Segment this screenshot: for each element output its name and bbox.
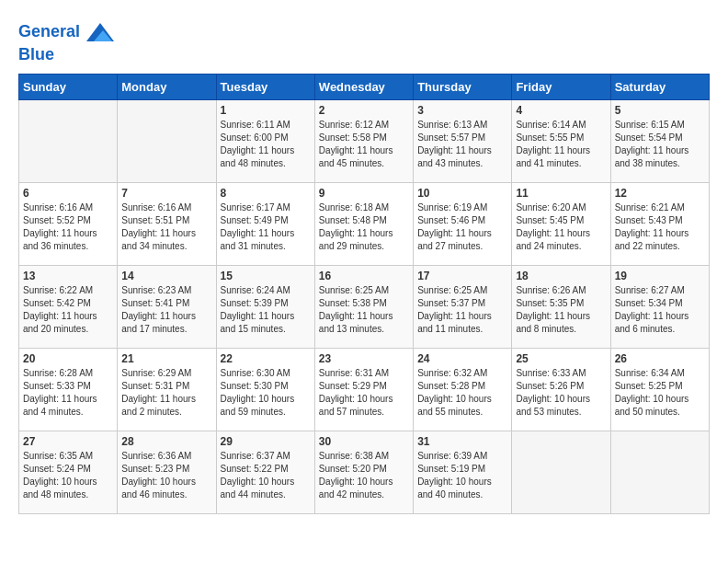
day-number: 27 <box>23 435 113 448</box>
week-row-2: 6Sunrise: 6:16 AMSunset: 5:52 PMDaylight… <box>19 182 710 265</box>
day-cell: 2Sunrise: 6:12 AMSunset: 5:58 PMDaylight… <box>314 99 413 182</box>
day-cell: 14Sunrise: 6:23 AMSunset: 5:41 PMDayligh… <box>118 265 216 348</box>
logo-blue: Blue <box>18 45 54 63</box>
day-number: 24 <box>417 352 507 365</box>
day-number: 7 <box>121 187 211 200</box>
day-cell: 27Sunrise: 6:35 AMSunset: 5:24 PMDayligh… <box>19 431 118 513</box>
day-number: 23 <box>319 352 409 365</box>
day-info: Sunrise: 6:39 AMSunset: 5:19 PMDaylight:… <box>417 450 507 501</box>
day-number: 16 <box>319 270 409 282</box>
day-number: 29 <box>221 435 311 448</box>
day-cell: 28Sunrise: 6:36 AMSunset: 5:23 PMDayligh… <box>118 431 216 513</box>
day-cell: 17Sunrise: 6:25 AMSunset: 5:37 PMDayligh… <box>414 265 512 348</box>
day-info: Sunrise: 6:35 AMSunset: 5:24 PMDaylight:… <box>23 450 113 501</box>
day-cell: 8Sunrise: 6:17 AMSunset: 5:49 PMDaylight… <box>216 182 314 265</box>
day-number: 13 <box>23 270 113 282</box>
day-cell: 1Sunrise: 6:11 AMSunset: 6:00 PMDaylight… <box>216 99 314 182</box>
day-number: 4 <box>516 104 606 117</box>
week-row-4: 20Sunrise: 6:28 AMSunset: 5:33 PMDayligh… <box>19 348 710 431</box>
day-number: 14 <box>121 270 211 282</box>
day-info: Sunrise: 6:28 AMSunset: 5:33 PMDaylight:… <box>23 367 113 419</box>
day-info: Sunrise: 6:23 AMSunset: 5:41 PMDaylight:… <box>121 284 211 336</box>
day-number: 6 <box>23 187 113 200</box>
day-number: 26 <box>615 352 705 365</box>
day-info: Sunrise: 6:25 AMSunset: 5:37 PMDaylight:… <box>417 284 507 336</box>
day-info: Sunrise: 6:18 AMSunset: 5:48 PMDaylight:… <box>319 201 409 253</box>
day-cell: 18Sunrise: 6:26 AMSunset: 5:35 PMDayligh… <box>512 265 610 348</box>
day-cell: 9Sunrise: 6:18 AMSunset: 5:48 PMDaylight… <box>314 182 413 265</box>
page-header: General Blue <box>18 18 710 64</box>
day-cell: 12Sunrise: 6:21 AMSunset: 5:43 PMDayligh… <box>610 182 709 265</box>
day-info: Sunrise: 6:27 AMSunset: 5:34 PMDaylight:… <box>615 284 705 336</box>
day-number: 8 <box>221 187 311 200</box>
day-cell: 29Sunrise: 6:37 AMSunset: 5:22 PMDayligh… <box>216 431 314 513</box>
weekday-header-wednesday: Wednesday <box>314 74 413 99</box>
day-info: Sunrise: 6:13 AMSunset: 5:57 PMDaylight:… <box>417 119 507 170</box>
day-number: 30 <box>319 435 409 448</box>
day-number: 31 <box>417 435 507 448</box>
day-cell: 24Sunrise: 6:32 AMSunset: 5:28 PMDayligh… <box>414 348 512 431</box>
day-number: 5 <box>615 104 705 117</box>
day-info: Sunrise: 6:17 AMSunset: 5:49 PMDaylight:… <box>221 201 311 253</box>
day-info: Sunrise: 6:29 AMSunset: 5:31 PMDaylight:… <box>121 367 211 419</box>
calendar-table: SundayMondayTuesdayWednesdayThursdayFrid… <box>18 74 710 514</box>
day-number: 25 <box>516 352 606 365</box>
day-number: 12 <box>615 187 705 200</box>
day-info: Sunrise: 6:16 AMSunset: 5:51 PMDaylight:… <box>121 201 211 253</box>
day-cell: 4Sunrise: 6:14 AMSunset: 5:55 PMDaylight… <box>512 99 610 182</box>
day-info: Sunrise: 6:36 AMSunset: 5:23 PMDaylight:… <box>121 450 211 501</box>
day-info: Sunrise: 6:21 AMSunset: 5:43 PMDaylight:… <box>615 201 705 253</box>
day-number: 22 <box>221 352 311 365</box>
day-info: Sunrise: 6:32 AMSunset: 5:28 PMDaylight:… <box>417 367 507 419</box>
day-cell: 13Sunrise: 6:22 AMSunset: 5:42 PMDayligh… <box>19 265 118 348</box>
day-info: Sunrise: 6:14 AMSunset: 5:55 PMDaylight:… <box>516 119 606 170</box>
weekday-header-saturday: Saturday <box>610 74 709 99</box>
day-info: Sunrise: 6:20 AMSunset: 5:45 PMDaylight:… <box>516 201 606 253</box>
day-cell: 3Sunrise: 6:13 AMSunset: 5:57 PMDaylight… <box>414 99 512 182</box>
day-info: Sunrise: 6:38 AMSunset: 5:20 PMDaylight:… <box>319 450 409 501</box>
day-cell: 15Sunrise: 6:24 AMSunset: 5:39 PMDayligh… <box>216 265 314 348</box>
day-cell: 19Sunrise: 6:27 AMSunset: 5:34 PMDayligh… <box>610 265 709 348</box>
day-cell: 23Sunrise: 6:31 AMSunset: 5:29 PMDayligh… <box>314 348 413 431</box>
week-row-5: 27Sunrise: 6:35 AMSunset: 5:24 PMDayligh… <box>19 431 710 513</box>
weekday-header-thursday: Thursday <box>414 74 512 99</box>
day-number: 9 <box>319 187 409 200</box>
day-info: Sunrise: 6:12 AMSunset: 5:58 PMDaylight:… <box>319 119 409 170</box>
day-number: 17 <box>417 270 507 282</box>
day-number: 15 <box>221 270 311 282</box>
logo: General Blue <box>18 18 114 64</box>
day-cell: 11Sunrise: 6:20 AMSunset: 5:45 PMDayligh… <box>512 182 610 265</box>
day-cell: 16Sunrise: 6:25 AMSunset: 5:38 PMDayligh… <box>314 265 413 348</box>
day-cell: 26Sunrise: 6:34 AMSunset: 5:25 PMDayligh… <box>610 348 709 431</box>
day-number: 11 <box>516 187 606 200</box>
day-number: 19 <box>615 270 705 282</box>
day-number: 20 <box>23 352 113 365</box>
day-cell: 31Sunrise: 6:39 AMSunset: 5:19 PMDayligh… <box>414 431 512 513</box>
weekday-header-friday: Friday <box>512 74 610 99</box>
logo-general: General <box>18 22 80 40</box>
week-row-3: 13Sunrise: 6:22 AMSunset: 5:42 PMDayligh… <box>19 265 710 348</box>
day-cell: 20Sunrise: 6:28 AMSunset: 5:33 PMDayligh… <box>19 348 118 431</box>
day-cell: 7Sunrise: 6:16 AMSunset: 5:51 PMDaylight… <box>118 182 216 265</box>
day-cell: 22Sunrise: 6:30 AMSunset: 5:30 PMDayligh… <box>216 348 314 431</box>
weekday-header-monday: Monday <box>118 74 216 99</box>
day-info: Sunrise: 6:37 AMSunset: 5:22 PMDaylight:… <box>221 450 311 501</box>
week-row-1: 1Sunrise: 6:11 AMSunset: 6:00 PMDaylight… <box>19 99 710 182</box>
day-cell: 6Sunrise: 6:16 AMSunset: 5:52 PMDaylight… <box>19 182 118 265</box>
day-info: Sunrise: 6:25 AMSunset: 5:38 PMDaylight:… <box>319 284 409 336</box>
day-cell <box>610 431 709 513</box>
day-info: Sunrise: 6:15 AMSunset: 5:54 PMDaylight:… <box>615 119 705 170</box>
day-cell: 25Sunrise: 6:33 AMSunset: 5:26 PMDayligh… <box>512 348 610 431</box>
day-info: Sunrise: 6:22 AMSunset: 5:42 PMDaylight:… <box>23 284 113 336</box>
day-number: 3 <box>417 104 507 117</box>
weekday-header-row: SundayMondayTuesdayWednesdayThursdayFrid… <box>19 74 710 99</box>
day-cell <box>118 99 216 182</box>
day-info: Sunrise: 6:11 AMSunset: 6:00 PMDaylight:… <box>221 119 311 170</box>
day-info: Sunrise: 6:34 AMSunset: 5:25 PMDaylight:… <box>615 367 705 419</box>
day-cell: 5Sunrise: 6:15 AMSunset: 5:54 PMDaylight… <box>610 99 709 182</box>
weekday-header-tuesday: Tuesday <box>216 74 314 99</box>
day-info: Sunrise: 6:16 AMSunset: 5:52 PMDaylight:… <box>23 201 113 253</box>
day-info: Sunrise: 6:24 AMSunset: 5:39 PMDaylight:… <box>221 284 311 336</box>
day-number: 28 <box>121 435 211 448</box>
day-number: 21 <box>121 352 211 365</box>
